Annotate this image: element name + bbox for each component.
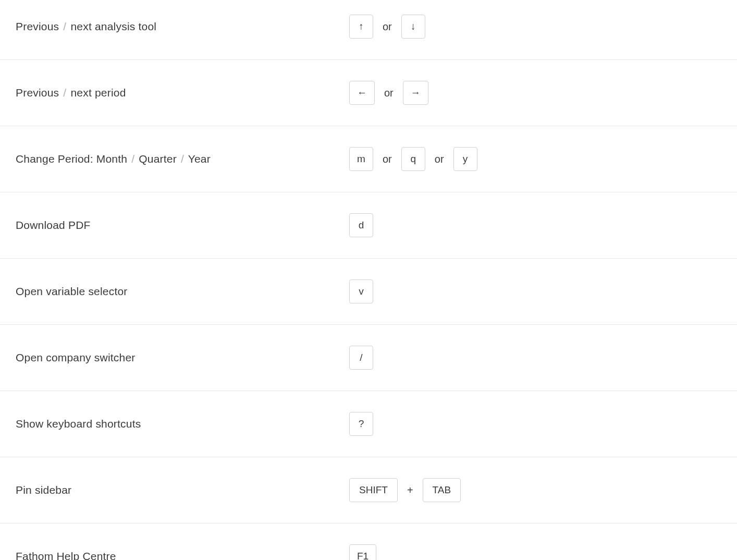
label-part: Year [188,153,211,165]
shortcut-label: Change Period: Month / Quarter / Year [16,153,349,165]
label-part: next analysis tool [70,20,156,32]
shortcut-row-show-shortcuts: Show keyboard shortcuts ? [0,391,737,457]
label-part: Previous [16,20,59,32]
shortcut-label: Show keyboard shortcuts [16,418,349,430]
arrow-down-icon: ↓ [401,15,425,39]
shortcut-row-change-period: Change Period: Month / Quarter / Year m … [0,126,737,192]
shortcut-keys: d [349,213,373,237]
shortcut-keys: ↑ or ↓ [349,15,425,39]
keyboard-shortcuts-list: Previous / next analysis tool ↑ or ↓ Pre… [0,0,737,560]
joiner-or: or [380,21,394,33]
shortcut-keys: ← or → [349,81,428,105]
shortcut-label: Download PDF [16,219,349,232]
label-separator: / [63,87,66,99]
shortcut-label: Previous / next analysis tool [16,20,349,33]
joiner-or: or [433,153,446,165]
shortcut-row-period: Previous / next period ← or → [0,60,737,126]
key-slash: / [349,346,373,370]
shortcut-label: Previous / next period [16,87,349,99]
shortcut-row-pin-sidebar: Pin sidebar SHIFT + TAB [0,457,737,524]
shortcut-row-analysis-tool: Previous / next analysis tool ↑ or ↓ [0,0,737,60]
key-shift: SHIFT [349,478,398,502]
arrow-left-icon: ← [349,81,375,105]
shortcut-row-download-pdf: Download PDF d [0,192,737,259]
label-separator: / [181,153,184,165]
shortcut-label: Fathom Help Centre [16,550,349,560]
key-question: ? [349,412,373,436]
shortcut-keys: / [349,346,373,370]
arrow-right-icon: → [403,81,428,105]
shortcut-keys: F1 [349,544,376,560]
shortcut-keys: ? [349,412,373,436]
shortcut-row-company-switcher: Open company switcher / [0,325,737,391]
arrow-up-icon: ↑ [349,15,373,39]
label-part: Previous [16,87,59,99]
joiner-plus: + [405,484,415,496]
shortcut-keys: m or q or y [349,147,477,171]
key-q: q [401,147,425,171]
shortcut-keys: SHIFT + TAB [349,478,461,502]
shortcut-label: Pin sidebar [16,484,349,496]
key-v: v [349,279,373,303]
label-part: Quarter [139,153,177,165]
label-part: Change Period: Month [16,153,127,165]
key-tab: TAB [423,478,461,502]
key-d: d [349,213,373,237]
label-separator: / [63,20,66,32]
label-part: next period [70,87,126,99]
label-separator: / [131,153,134,165]
key-f1: F1 [349,544,376,560]
key-y: y [453,147,477,171]
shortcut-label: Open company switcher [16,351,349,364]
shortcut-keys: v [349,279,373,303]
shortcut-label: Open variable selector [16,285,349,298]
joiner-or: or [380,153,394,165]
key-m: m [349,147,373,171]
joiner-or: or [382,87,396,99]
shortcut-row-variable-selector: Open variable selector v [0,259,737,325]
shortcut-row-help-centre: Fathom Help Centre F1 [0,524,737,560]
